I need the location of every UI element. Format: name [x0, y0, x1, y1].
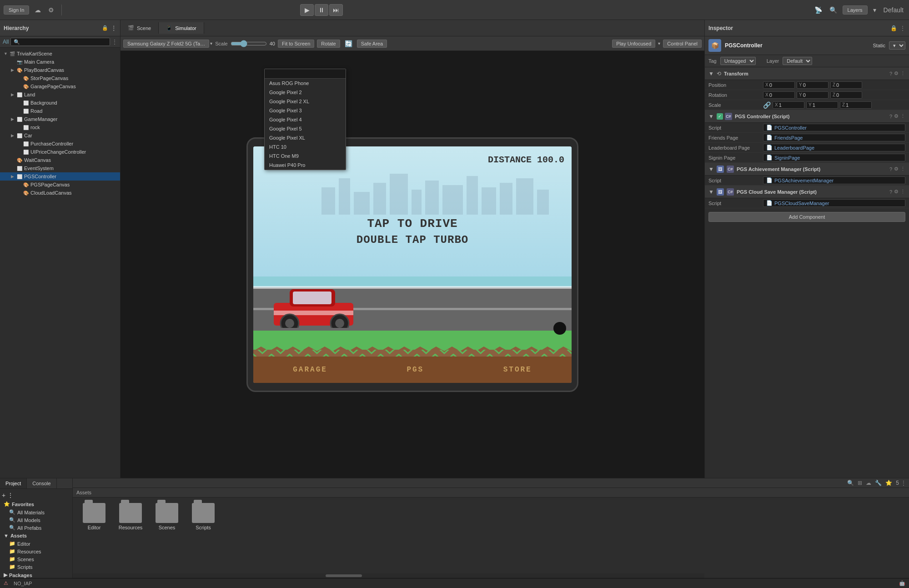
assets-more-icon[interactable]: ⋮ [901, 480, 906, 486]
control-panel-button[interactable]: Control Panel [663, 40, 702, 48]
scripts-asset[interactable]: Scripts [187, 503, 219, 530]
hierarchy-item-pgscontroller[interactable]: ▶ ⬜ PGSController [0, 172, 120, 181]
position-z-field[interactable]: Z 0 [830, 81, 862, 89]
bottom-scrollbar[interactable] [73, 573, 704, 578]
settings-icon[interactable]: ⚙ [46, 5, 56, 15]
rotation-y-field[interactable]: Y 0 [797, 91, 829, 99]
dropdown-item[interactable]: Google Pixel 3 [265, 106, 346, 115]
cloud-help-icon[interactable]: ? [889, 189, 892, 195]
pgs-controller-section[interactable]: ▼ ✓ C# PGS Controller (Script) ? ⚙ ⋮ [705, 110, 909, 123]
pgs-checkbox[interactable]: ✓ [717, 113, 723, 120]
cloud-settings-icon[interactable]: ⚙ [894, 189, 899, 195]
hierarchy-item-playboard[interactable]: ▶ 🎨 PlayBoardCanvas [0, 66, 120, 74]
assets-icon1[interactable]: ⊞ [858, 480, 862, 486]
game-viewport[interactable]: DISTANCE 100.0 TAP TO DRIVE DOUBLE TAP T… [121, 51, 704, 478]
signin-ref[interactable]: 📄 SigninPage [763, 154, 905, 161]
scripts-item[interactable]: 📁 Scripts [2, 563, 70, 571]
resources-asset[interactable]: Resources [115, 503, 146, 530]
pgs-more-icon[interactable]: ⋮ [900, 113, 905, 119]
pgs-settings-icon[interactable]: ⚙ [894, 113, 899, 119]
pgs-button[interactable]: PGS [407, 366, 424, 374]
transform-section-header[interactable]: ▼ ⟲ Transform ? ⚙ ⋮ [705, 67, 909, 80]
device-selector-button[interactable]: Samsung Galaxy Z Fold2 5G (Ta… [123, 40, 209, 48]
cloud-script-ref[interactable]: 📄 PGSCloudSaveManager [763, 199, 905, 207]
scrollbar-thumb[interactable] [326, 574, 362, 577]
leaderboard-ref[interactable]: 📄 LeaderboardPage [763, 144, 905, 151]
project-tab[interactable]: Project [0, 478, 27, 488]
all-prefabs-item[interactable]: 🔍 All Prefabs [2, 524, 70, 532]
layer-select[interactable]: Default [783, 57, 812, 65]
assets-icon4[interactable]: ⭐ [885, 480, 892, 486]
pgs-achievement-section[interactable]: ▼ 🖼 C# PGS Achievement Manager (Script) … [705, 163, 909, 176]
assets-section[interactable]: ▼ Assets [2, 532, 70, 540]
cloud-icon[interactable]: ☁ [33, 5, 43, 15]
hierarchy-item-purchase[interactable]: ⬜ PurchaseController [0, 140, 120, 148]
rotation-x-field[interactable]: X 0 [763, 91, 795, 99]
editor-asset[interactable]: Editor [78, 503, 110, 530]
achievement-more-icon[interactable]: ⋮ [900, 166, 905, 172]
hierarchy-item-waitcanvas[interactable]: 🎨 WaitCanvas [0, 156, 120, 164]
dropdown-item[interactable]: Google Pixel 5 [265, 124, 346, 133]
safe-area-button[interactable]: Safe Area [357, 40, 387, 48]
bottom-bar[interactable]: GARAGE PGS STORE [253, 357, 572, 383]
dropdown-item[interactable]: HTC One M9 [265, 151, 346, 161]
layers-arrow-icon[interactable]: ▾ [871, 5, 878, 15]
inspector-more-icon[interactable]: ⋮ [900, 25, 905, 31]
search-icon[interactable]: 🔍 [828, 5, 839, 15]
position-y-field[interactable]: Y 0 [797, 81, 829, 89]
scale-z-field[interactable]: Z 1 [840, 101, 872, 109]
play-button[interactable]: ▶ [300, 4, 314, 16]
hierarchy-item-storpage[interactable]: 🎨 StorPageCanvas [0, 74, 120, 82]
console-tab[interactable]: Console [27, 478, 56, 488]
transform-help-icon[interactable]: ? [889, 71, 892, 76]
favorites-section[interactable]: ⭐ Favorites [2, 500, 70, 508]
fit-to-screen-button[interactable]: Fit to Screen [278, 40, 314, 48]
hierarchy-item-main-camera[interactable]: 📷 Main Camera [0, 58, 120, 66]
position-x-field[interactable]: X 0 [763, 81, 795, 89]
options-button[interactable]: ⋮ [7, 492, 14, 499]
assets-search-icon[interactable]: 🔍 [847, 480, 854, 486]
dropdown-item[interactable]: HTC 10 [265, 142, 346, 151]
resources-item[interactable]: 📁 Resources [2, 548, 70, 555]
step-button[interactable]: ⏭ [329, 4, 343, 16]
collab-icon[interactable]: 📡 [813, 5, 824, 15]
script-ref[interactable]: 📄 PGSController [763, 124, 905, 131]
sign-in-button[interactable]: Sign In [4, 5, 29, 15]
hierarchy-options-icon[interactable]: ⋮ [112, 39, 117, 45]
rotate-button[interactable]: Rotate [317, 40, 340, 48]
hierarchy-item-road[interactable]: ⬜ Road [0, 107, 120, 115]
simulator-tab[interactable]: 📱 Simulator [159, 22, 204, 34]
pgs-cloud-section[interactable]: ▼ 🖼 C# PGS Cloud Save Manager (Script) ?… [705, 186, 909, 198]
pause-button[interactable]: ⏸ [315, 4, 328, 16]
hierarchy-item-land[interactable]: ▶ ⬜ Land [0, 90, 120, 99]
scale-slider[interactable] [231, 40, 267, 47]
assets-icon2[interactable]: ☁ [866, 480, 871, 486]
scenes-asset[interactable]: Scenes [151, 503, 183, 530]
add-component-button[interactable]: Add Component [708, 212, 905, 222]
pgs-help-icon[interactable]: ? [889, 114, 892, 119]
garage-button[interactable]: GARAGE [293, 366, 327, 374]
hierarchy-scene-root[interactable]: ▼ 🎬 TriviaKartScene [0, 50, 120, 58]
scene-tab[interactable]: 🎬 Scene [121, 22, 159, 34]
hierarchy-item-pgspage[interactable]: 🎨 PGSPageCanvas [0, 181, 120, 189]
dropdown-item[interactable]: Huawei P40 Pro [265, 161, 346, 170]
layers-button[interactable]: Layers [843, 5, 868, 15]
hierarchy-item-car[interactable]: ▶ ⬜ Car [0, 131, 120, 140]
all-materials-item[interactable]: 🔍 All Materials [2, 508, 70, 516]
hierarchy-item-uiprice[interactable]: ⬜ UIPriceChangeController [0, 148, 120, 156]
hierarchy-item-gamemanager[interactable]: ▶ ⬜ GameManager [0, 115, 120, 123]
inspector-lock-icon[interactable]: 🔒 [890, 25, 897, 31]
tag-select[interactable]: Untagged [720, 57, 756, 65]
rotation-z-field[interactable]: Z 0 [830, 91, 862, 99]
hierarchy-item-eventsystem[interactable]: ⬜ EventSystem [0, 164, 120, 172]
cloud-more-icon[interactable]: ⋮ [900, 189, 905, 195]
hierarchy-item-garagepage[interactable]: 🎨 GaragePageCanvas [0, 82, 120, 90]
all-models-item[interactable]: 🔍 All Models [2, 516, 70, 524]
scale-y-field[interactable]: Y 1 [806, 101, 838, 109]
achievement-script-ref[interactable]: 📄 PGSAchievementManager [763, 176, 905, 184]
dropdown-item[interactable]: Asus ROG Phone [265, 79, 346, 88]
add-button[interactable]: + [2, 492, 5, 499]
lock-scale-icon[interactable]: 🔗 [763, 101, 771, 109]
hierarchy-search-input[interactable] [10, 38, 110, 46]
hierarchy-more-icon[interactable]: ⋮ [111, 25, 116, 31]
